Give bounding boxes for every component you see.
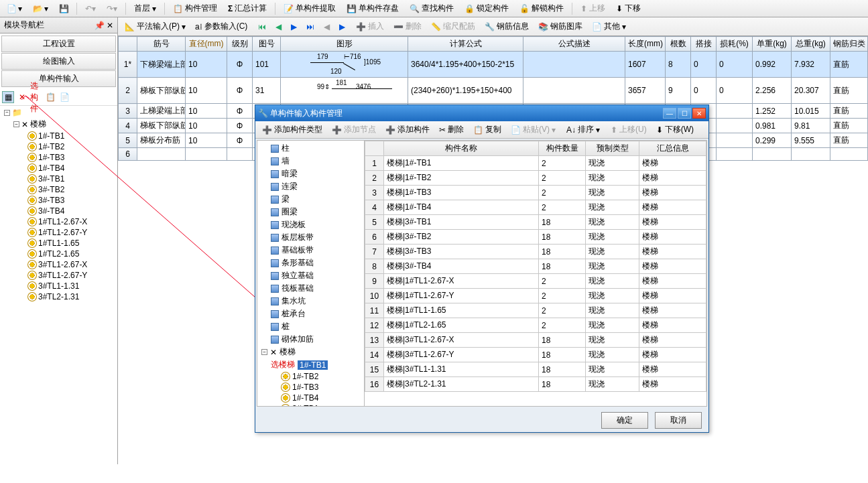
component-manage-button[interactable]: 📋 构件管理: [169, 1, 221, 15]
dialog-grid-row[interactable]: 3楼梯|1#-TB32现浇楼梯: [365, 186, 706, 200]
dialog-grid-row[interactable]: 7楼梯|3#-TB318现浇楼梯: [365, 245, 706, 259]
tree-item[interactable]: 1#-TB2: [1, 141, 117, 152]
type-tree-item[interactable]: 桩: [259, 320, 363, 333]
type-tree-item[interactable]: 砌体加筋: [259, 333, 363, 346]
unlock-button[interactable]: 🔓 解锁构件: [515, 1, 568, 15]
props-icon[interactable]: ▦: [2, 91, 14, 103]
grid-row[interactable]: 1*下梯梁端上部纵筋10Φ101⊢716179120]10953640/4*1.…: [119, 52, 868, 78]
dialog-grid-row[interactable]: 5楼梯|3#-TB118现浇楼梯: [365, 215, 706, 230]
column-header[interactable]: 构件名称: [384, 141, 539, 156]
collapse-icon[interactable]: −: [13, 121, 19, 127]
pin-icon[interactable]: 📌 ✕: [95, 21, 113, 30]
column-header[interactable]: 搭接: [691, 37, 717, 52]
type-tree-item[interactable]: 筏板基础: [259, 282, 363, 295]
extract-button[interactable]: 📝 单构件提取: [280, 1, 340, 15]
move-up-button[interactable]: ⬆ 上移: [576, 1, 609, 15]
dlg-move-up[interactable]: ⬆ 上移(U): [607, 123, 651, 137]
tree-item[interactable]: 3#-TB1: [1, 174, 117, 184]
type-tree-item[interactable]: 条形基础: [259, 257, 363, 269]
type-tree-item[interactable]: 独立基础: [259, 269, 363, 282]
nav-project-settings[interactable]: 工程设置: [1, 36, 116, 52]
tree-item[interactable]: 3#TL1-2.67-Y: [1, 270, 117, 281]
dialog-grid-row[interactable]: 15楼梯|3#TL1-1.3118现浇楼梯: [365, 362, 706, 377]
undo-button[interactable]: ↶▾: [81, 3, 100, 15]
move-down-button[interactable]: ⬇ 下移: [612, 1, 645, 15]
type-tree-item[interactable]: 连梁: [259, 180, 363, 193]
rebar-library-button[interactable]: 📚 钢筋图库: [534, 19, 586, 33]
dialog-grid-row[interactable]: 6楼梯|3#-TB218现浇楼梯: [365, 230, 706, 245]
insert-button[interactable]: ➕ 插入: [352, 19, 388, 33]
lock-button[interactable]: 🔒 锁定构件: [460, 1, 513, 15]
tree-item[interactable]: 1#-TB3: [1, 152, 117, 163]
collapse-icon[interactable]: −: [4, 110, 10, 116]
redo-button[interactable]: ↷▾: [103, 3, 121, 15]
type-tree-item[interactable]: 桩承台: [259, 307, 363, 320]
tree-item[interactable]: 1#TL1-2.67-Y: [1, 227, 117, 238]
column-header[interactable]: 根数: [666, 37, 691, 52]
nav-first[interactable]: ⏮: [254, 21, 270, 33]
close-button[interactable]: ✕: [692, 108, 706, 119]
new-file-button[interactable]: 📄▾: [3, 3, 26, 15]
type-tree-item[interactable]: 柱: [259, 142, 363, 155]
column-header[interactable]: 级别: [227, 37, 253, 52]
param-input-button[interactable]: a⁞ 参数输入(C): [191, 19, 251, 33]
type-tree-item[interactable]: 圈梁: [259, 206, 363, 218]
tree-item[interactable]: 3#-TB4: [1, 206, 117, 216]
dialog-grid-row[interactable]: 1楼梯|1#-TB12现浇楼梯: [365, 156, 706, 171]
type-tree-item[interactable]: 1#-TB2: [259, 371, 363, 382]
column-header[interactable]: 筋号: [137, 37, 186, 52]
nav-last[interactable]: ⏭: [302, 21, 318, 33]
column-header[interactable]: 钢筋归类: [830, 37, 868, 52]
dialog-grid-row[interactable]: 10楼梯|1#TL1-2.67-Y2现浇楼梯: [365, 289, 706, 303]
grid-row[interactable]: 2梯板下部纵筋110Φ3199⇕1813476(2340+260)*1.195+…: [119, 78, 868, 104]
dialog-grid-row[interactable]: 14楼梯|3#TL1-2.67-Y18现浇楼梯: [365, 348, 706, 362]
dialog-grid-row[interactable]: 9楼梯|1#TL1-2.67-X2现浇楼梯: [365, 274, 706, 289]
dialog-titlebar[interactable]: 🔧 单构件输入构件管理 — ☐ ✕: [255, 105, 708, 121]
tree-item[interactable]: 1#TL2-1.65: [1, 249, 117, 259]
tree-item[interactable]: 3#TL2-1.31: [1, 291, 117, 302]
dialog-component-grid[interactable]: 构件名称构件数量预制类型汇总信息 1楼梯|1#-TB12现浇楼梯2楼梯|1#-T…: [365, 141, 706, 406]
type-tree-item[interactable]: 3#-TB1: [259, 403, 363, 406]
open-button[interactable]: 📂▾: [29, 3, 52, 15]
copy-button[interactable]: 📋 复制: [469, 123, 505, 137]
other-menu[interactable]: 📄 其他 ▾: [588, 19, 630, 33]
scale-rebar-button[interactable]: 📏 缩尺配筋: [427, 19, 479, 33]
nav-next[interactable]: ▶: [287, 21, 301, 33]
column-header[interactable]: 图号: [253, 37, 281, 52]
cancel-button[interactable]: 取消: [655, 412, 702, 429]
nav-single-component[interactable]: 单构件输入: [1, 70, 116, 87]
type-tree-item[interactable]: 暗梁: [259, 167, 363, 180]
tree-item[interactable]: 3#-TB3: [1, 195, 117, 206]
dialog-grid-row[interactable]: 12楼梯|1#TL2-1.652现浇楼梯: [365, 318, 706, 333]
add-type-button[interactable]: ➕ 添加构件类型: [258, 123, 326, 137]
tree-item[interactable]: 1#-TB1: [1, 131, 117, 141]
column-header[interactable]: 单重(kg): [753, 37, 792, 52]
type-tree-item[interactable]: 墙: [259, 155, 363, 167]
column-header[interactable]: 损耗(%): [717, 37, 753, 52]
type-tree-item[interactable]: 基础板带: [259, 244, 363, 257]
column-header[interactable]: 公式描述: [523, 37, 625, 52]
column-header[interactable]: 汇总信息: [639, 141, 706, 156]
component-tree[interactable]: −📁 −✕ 楼梯 1#-TB1 1#-TB2 1#-TB3 1#-TB4 3#-…: [0, 106, 117, 464]
column-header[interactable]: 构件数量: [539, 141, 586, 156]
column-header[interactable]: 图形: [281, 37, 408, 52]
selected-tree-item[interactable]: 1#-TB1: [298, 360, 328, 370]
summary-calc-button[interactable]: Σ 汇总计算: [224, 1, 271, 15]
dialog-grid-row[interactable]: 11楼梯|1#TL1-1.652现浇楼梯: [365, 303, 706, 318]
ok-button[interactable]: 确定: [601, 412, 648, 429]
dialog-type-tree[interactable]: 柱墙暗梁连梁梁圈梁现浇板板层板带基础板带条形基础独立基础筏板基础集水坑桩承台桩砌…: [257, 141, 365, 406]
delete-icon[interactable]: ✕: [16, 91, 28, 103]
tree-item[interactable]: 1#TL1-2.67-X: [1, 216, 117, 227]
column-header[interactable]: 计算公式: [408, 37, 523, 52]
save-button[interactable]: 💾: [55, 3, 72, 15]
collapse-icon[interactable]: −: [261, 349, 267, 355]
rebar-info-button[interactable]: 🔧 钢筋信息: [481, 19, 533, 33]
type-tree-item[interactable]: 1#-TB4: [259, 393, 363, 403]
column-header[interactable]: 总重(kg): [792, 37, 830, 52]
add-node-button[interactable]: ➕ 添加节点: [328, 123, 380, 137]
tree-item[interactable]: 3#-TB2: [1, 184, 117, 195]
flat-input-button[interactable]: 📐 平法输入(P) ▾: [121, 19, 190, 33]
delete-row-button[interactable]: ➖ 删除: [389, 19, 426, 33]
find-button[interactable]: 🔍 查找构件: [406, 1, 458, 15]
column-header[interactable]: 直径(mm): [186, 37, 227, 52]
